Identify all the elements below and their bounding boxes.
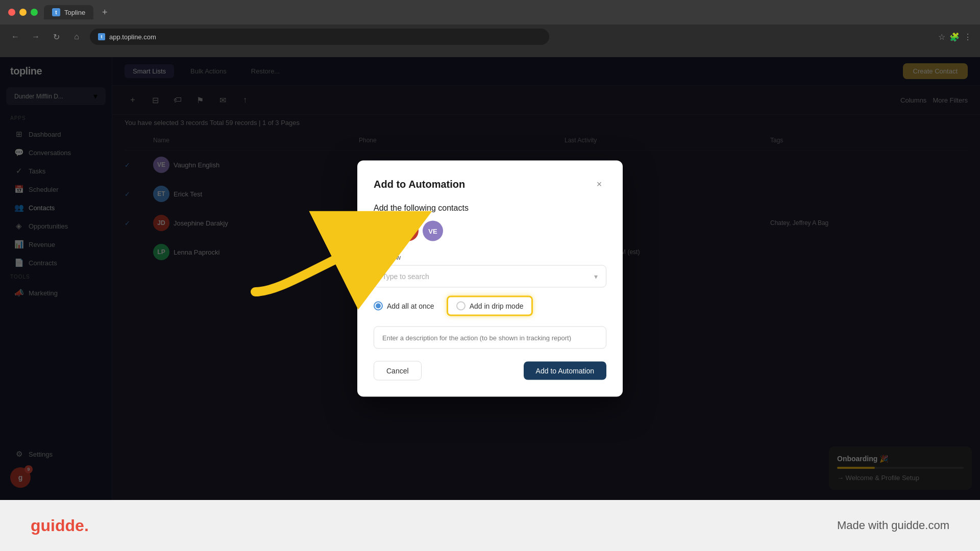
add-to-automation-modal: Add to Automation × Add the following co… — [357, 161, 623, 397]
tab-favicon: t — [52, 8, 60, 16]
title-bar: t Topline + — [0, 0, 980, 24]
dropdown-chevron-icon: ▾ — [594, 272, 598, 281]
modal-actions: Cancel Add to Automation — [374, 361, 606, 381]
radio-selected-icon — [374, 302, 383, 311]
modal-header: Add to Automation × — [374, 177, 606, 191]
mode-radio-group: Add all at once Add in drip mode — [374, 296, 606, 316]
radio-empty-icon — [456, 302, 465, 311]
browser-tab[interactable]: t Topline — [44, 5, 93, 19]
workflow-search-dropdown[interactable]: Type to search ▾ — [374, 265, 606, 288]
app-container: topline Dunder Mifflin D... ▾ Apps ⊞ Das… — [0, 57, 980, 500]
add-all-at-once-option[interactable]: Add all at once — [374, 296, 434, 316]
tab-title: Topline — [64, 9, 85, 16]
workflow-label: Workflow — [374, 254, 606, 261]
extensions-icon[interactable]: 🧩 — [949, 32, 960, 42]
contact-avatars: ET JD VE — [374, 221, 606, 241]
reload-button[interactable]: ↻ — [49, 30, 63, 44]
modal-title: Add to Automation — [374, 178, 465, 190]
address-favicon: t — [98, 33, 105, 40]
drip-mode-label: Add in drip mode — [470, 302, 524, 310]
contact-chip-et: ET — [374, 221, 394, 241]
add-in-drip-mode-option[interactable]: Add in drip mode — [447, 296, 533, 316]
description-input[interactable] — [374, 327, 606, 349]
browser-actions: ☆ 🧩 ⋮ — [938, 32, 972, 42]
contact-chip-ve: VE — [423, 221, 443, 241]
footer-text: Made with guidde.com — [837, 519, 949, 532]
modal-close-button[interactable]: × — [592, 177, 606, 191]
modal-subtitle: Add the following contacts — [374, 204, 606, 213]
tab-bar: t Topline + — [44, 5, 972, 19]
browser-chrome: t Topline + ← → ↻ ⌂ t app.topline.com ☆ … — [0, 0, 980, 57]
bookmark-icon[interactable]: ☆ — [938, 32, 945, 42]
address-bar-row: ← → ↻ ⌂ t app.topline.com ☆ 🧩 ⋮ — [0, 24, 980, 49]
guidde-logo: guidde. — [31, 516, 89, 535]
minimize-window-button[interactable] — [19, 9, 27, 16]
close-window-button[interactable] — [8, 9, 15, 16]
footer: guidde. Made with guidde.com — [0, 500, 980, 551]
cancel-button[interactable]: Cancel — [374, 361, 422, 381]
back-button[interactable]: ← — [8, 30, 22, 44]
radio-dot — [376, 304, 381, 309]
contact-chip-jd: JD — [398, 221, 419, 241]
address-bar[interactable]: t app.topline.com — [90, 29, 549, 45]
radio-label: Add all at once — [387, 302, 434, 310]
new-tab-button[interactable]: + — [97, 5, 112, 19]
url-text: app.topline.com — [109, 33, 156, 41]
home-button[interactable]: ⌂ — [69, 30, 84, 44]
menu-icon[interactable]: ⋮ — [964, 32, 972, 42]
maximize-window-button[interactable] — [31, 9, 38, 16]
traffic-lights — [8, 9, 38, 16]
search-placeholder: Type to search — [382, 272, 429, 281]
forward-button[interactable]: → — [29, 30, 43, 44]
add-to-automation-button[interactable]: Add to Automation — [524, 362, 606, 380]
